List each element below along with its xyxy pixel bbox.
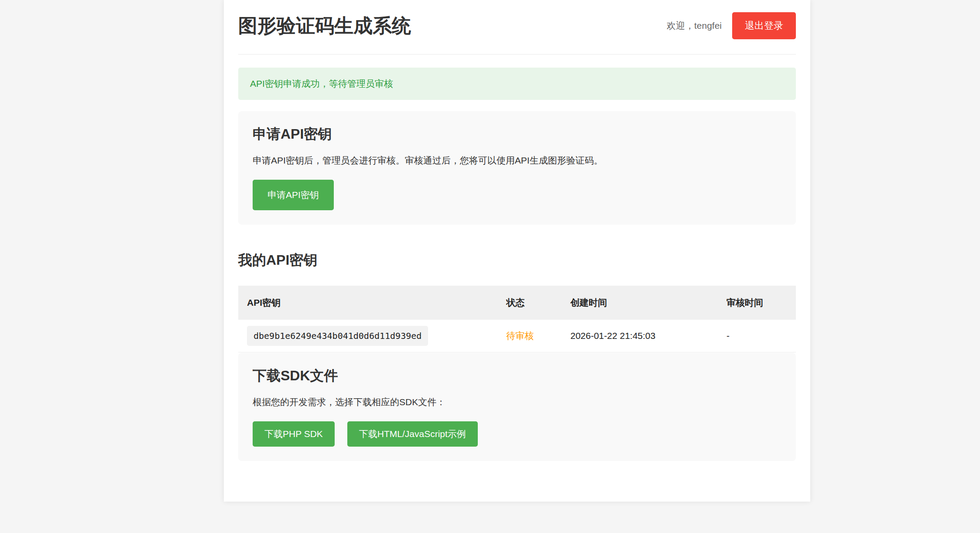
column-header-status: 状态 [497,286,562,320]
api-keys-table: API密钥 状态 创建时间 审核时间 dbe9b1e6249e434b041d0… [238,286,796,352]
review-time-cell: - [718,320,796,352]
created-time-cell: 2026-01-22 21:45:03 [562,320,718,352]
welcome-text: 欢迎，tengfei [667,20,722,32]
apply-api-key-card: 申请API密钥 申请API密钥后，管理员会进行审核。审核通过后，您将可以使用AP… [238,111,796,225]
app-header: 图形验证码生成系统 欢迎，tengfei 退出登录 [238,0,796,55]
apply-card-title: 申请API密钥 [253,126,781,142]
status-cell: 待审核 [497,320,562,352]
column-header-created: 创建时间 [562,286,718,320]
column-header-reviewed: 审核时间 [718,286,796,320]
table-header: API密钥 状态 创建时间 审核时间 [238,286,796,320]
table-header-row: API密钥 状态 创建时间 审核时间 [238,286,796,320]
apply-card-description: 申请API密钥后，管理员会进行审核。审核通过后，您将可以使用API生成图形验证码… [253,154,781,167]
api-key-cell: dbe9b1e6249e434b041d0d6d11d939ed [238,320,497,352]
sdk-card-title: 下载SDK文件 [253,367,781,384]
sdk-button-row: 下载PHP SDK 下载HTML/JavaScript示例 [253,421,781,447]
api-key-value: dbe9b1e6249e434b041d0d6d11d939ed [247,326,428,346]
table-row: dbe9b1e6249e434b041d0d6d11d939ed 待审核 202… [238,320,796,352]
download-php-sdk-button[interactable]: 下载PHP SDK [253,421,335,447]
main-content-panel: 图形验证码生成系统 欢迎，tengfei 退出登录 API密钥申请成功，等待管理… [224,0,810,502]
page-title: 图形验证码生成系统 [238,14,411,37]
header-right-group: 欢迎，tengfei 退出登录 [667,12,796,39]
download-sdk-card: 下载SDK文件 根据您的开发需求，选择下载相应的SDK文件： 下载PHP SDK… [238,353,796,461]
logout-button[interactable]: 退出登录 [732,12,796,39]
column-header-api-key: API密钥 [238,286,497,320]
my-api-keys-title: 我的API密钥 [238,252,796,268]
success-alert: API密钥申请成功，等待管理员审核 [238,68,796,100]
sdk-card-description: 根据您的开发需求，选择下载相应的SDK文件： [253,396,781,408]
apply-api-key-button[interactable]: 申请API密钥 [253,180,334,210]
download-html-js-example-button[interactable]: 下载HTML/JavaScript示例 [347,421,478,447]
status-badge: 待审核 [506,331,534,341]
